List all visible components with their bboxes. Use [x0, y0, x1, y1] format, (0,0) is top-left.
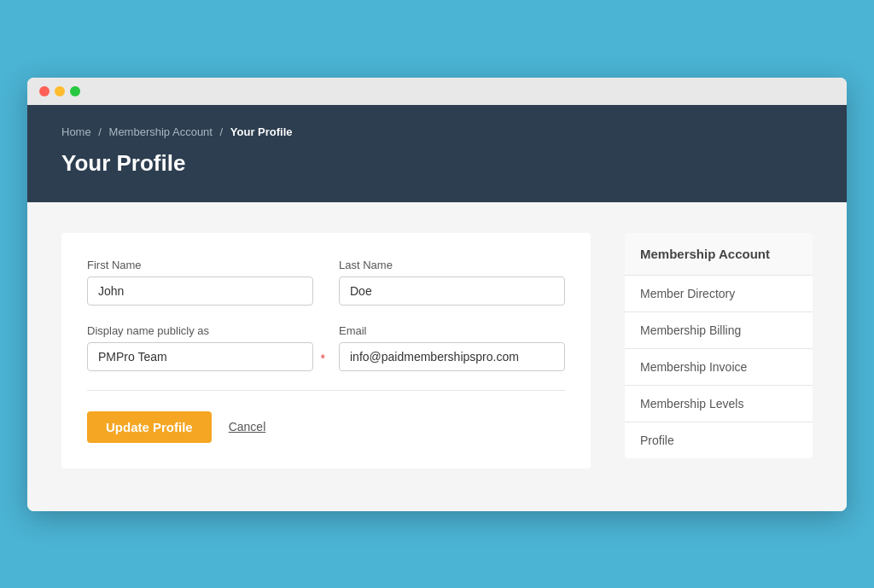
- sidebar: Membership Account Member Directory Memb…: [625, 233, 813, 469]
- first-name-label: First Name: [87, 259, 313, 271]
- last-name-label: Last Name: [339, 259, 565, 271]
- breadcrumb-separator-1: /: [98, 125, 102, 138]
- sidebar-widget: Membership Account Member Directory Memb…: [625, 233, 813, 458]
- email-input[interactable]: [339, 342, 565, 371]
- display-name-group: Display name publicly as *: [87, 324, 313, 371]
- email-group: Email: [339, 324, 565, 371]
- breadcrumb-membership-account-link[interactable]: Membership Account: [109, 125, 213, 138]
- browser-window: Home / Membership Account / Your Profile…: [27, 78, 847, 511]
- sidebar-item-membership-billing[interactable]: Membership Billing: [625, 312, 813, 349]
- breadcrumb-home-link[interactable]: Home: [61, 125, 91, 138]
- sidebar-item-member-directory[interactable]: Member Directory: [625, 276, 813, 312]
- page-header: Home / Membership Account / Your Profile…: [27, 105, 847, 202]
- last-name-input[interactable]: [339, 277, 565, 306]
- name-row: First Name Last Name: [87, 259, 565, 306]
- sidebar-title: Membership Account: [625, 233, 813, 276]
- form-actions: Update Profile Cancel: [87, 411, 565, 443]
- minimize-button-icon[interactable]: [55, 86, 65, 96]
- breadcrumb: Home / Membership Account / Your Profile: [61, 125, 813, 138]
- first-name-input[interactable]: [87, 277, 313, 306]
- form-divider: [87, 390, 565, 391]
- update-profile-button[interactable]: Update Profile: [87, 411, 212, 443]
- sidebar-item-membership-levels[interactable]: Membership Levels: [625, 386, 813, 422]
- breadcrumb-separator-2: /: [220, 125, 224, 138]
- sidebar-item-profile[interactable]: Profile: [625, 422, 813, 458]
- first-name-group: First Name: [87, 259, 313, 306]
- sidebar-item-membership-invoice[interactable]: Membership Invoice: [625, 349, 813, 386]
- display-name-input[interactable]: [87, 342, 313, 371]
- cancel-button[interactable]: Cancel: [229, 420, 266, 434]
- display-email-row: Display name publicly as * Email: [87, 324, 565, 371]
- main-content: First Name Last Name Display name public…: [61, 233, 591, 469]
- browser-chrome: [27, 78, 847, 105]
- page-title: Your Profile: [61, 150, 813, 177]
- maximize-button-icon[interactable]: [70, 86, 80, 96]
- required-indicator: *: [321, 352, 325, 365]
- breadcrumb-current: Your Profile: [230, 125, 293, 138]
- last-name-group: Last Name: [339, 259, 565, 306]
- page-body: First Name Last Name Display name public…: [27, 202, 847, 511]
- close-button-icon[interactable]: [39, 86, 50, 96]
- display-name-label: Display name publicly as: [87, 324, 313, 337]
- email-label: Email: [339, 324, 565, 337]
